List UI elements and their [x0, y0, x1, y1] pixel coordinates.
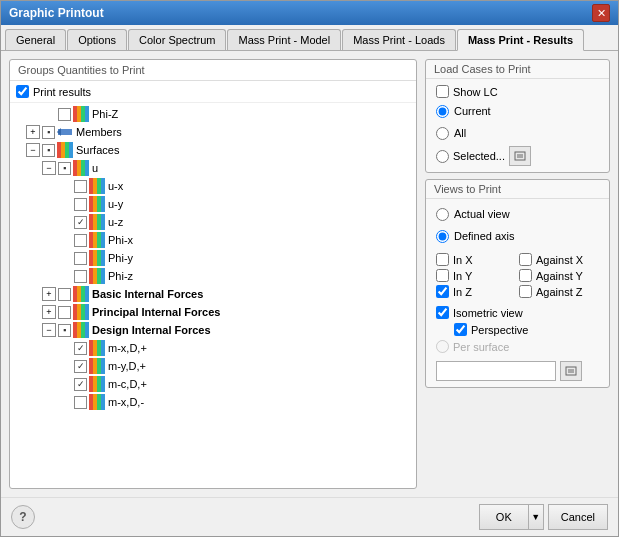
expand-surfaces[interactable]: −: [26, 143, 40, 157]
svg-rect-25: [101, 214, 105, 230]
in-y-checkbox[interactable]: [436, 269, 449, 282]
svg-rect-54: [89, 358, 93, 374]
show-lc-checkbox[interactable]: [436, 85, 449, 98]
tab-mass-print-loads[interactable]: Mass Print - Loads: [342, 29, 456, 50]
against-x-checkbox[interactable]: [519, 253, 532, 266]
tree-item-members: + Members: [10, 123, 416, 141]
tree-item-design: − Design Internal Forces: [10, 321, 416, 339]
isometric-row: Isometric view: [436, 306, 599, 319]
svg-rect-29: [101, 232, 105, 248]
uz-icon: [89, 214, 105, 230]
show-lc-row: Show LC: [436, 85, 599, 98]
svg-rect-40: [81, 286, 85, 302]
per-surface-radio[interactable]: [436, 340, 449, 353]
per-surface-input-row: [436, 361, 599, 381]
tab-mass-print-results[interactable]: Mass Print - Results: [457, 29, 584, 51]
load-cases-title: Load Cases to Print: [426, 60, 609, 79]
perspective-checkbox[interactable]: [454, 323, 467, 336]
expand-principal[interactable]: +: [42, 305, 56, 319]
actual-view-radio[interactable]: [436, 208, 449, 221]
checkbox-phiz2[interactable]: [74, 270, 87, 283]
isometric-checkbox[interactable]: [436, 306, 449, 319]
checkbox-members[interactable]: [42, 126, 55, 139]
svg-rect-0: [73, 106, 77, 122]
against-y-checkbox[interactable]: [519, 269, 532, 282]
tab-general[interactable]: General: [5, 29, 66, 50]
expand-basic[interactable]: +: [42, 287, 56, 301]
per-surface-row: Per surface: [436, 340, 599, 353]
svg-rect-14: [89, 178, 93, 194]
print-results-checkbox[interactable]: [16, 85, 29, 98]
in-x-checkbox[interactable]: [436, 253, 449, 266]
tree-item-phix: Phi-x: [10, 231, 416, 249]
in-y-row: In Y: [436, 269, 516, 282]
checkbox-mxd-minus[interactable]: [74, 396, 87, 409]
checkbox-u[interactable]: [58, 162, 71, 175]
checkbox-basic[interactable]: [58, 288, 71, 301]
tree-item-ux: u-x: [10, 177, 416, 195]
expand-u[interactable]: −: [42, 161, 56, 175]
against-z-checkbox[interactable]: [519, 285, 532, 298]
checkbox-design[interactable]: [58, 324, 71, 337]
tree-container[interactable]: Phi-Z + Members −: [10, 103, 416, 488]
svg-rect-69: [566, 367, 576, 375]
per-surface-browse-button[interactable]: [560, 361, 582, 381]
checkbox-principal[interactable]: [58, 306, 71, 319]
in-z-checkbox[interactable]: [436, 285, 449, 298]
label-uy: u-y: [108, 198, 123, 210]
defined-axis-radio[interactable]: [436, 230, 449, 243]
mxd-minus-icon: [89, 394, 105, 410]
expand-design[interactable]: −: [42, 323, 56, 337]
expand-members[interactable]: +: [26, 125, 40, 139]
in-z-row: In Z: [436, 285, 516, 298]
checkbox-phiy[interactable]: [74, 252, 87, 265]
checkbox-uy[interactable]: [74, 198, 87, 211]
all-radio[interactable]: [436, 127, 449, 140]
main-content: Groups Quantities to Print Print results…: [1, 51, 618, 497]
member-icon: [57, 124, 73, 140]
svg-rect-65: [101, 394, 105, 410]
tree-item-myd-plus: m-y,D,+: [10, 357, 416, 375]
selected-radio[interactable]: [436, 150, 449, 163]
svg-rect-34: [89, 268, 93, 284]
tab-options[interactable]: Options: [67, 29, 127, 50]
u-icon: [73, 160, 89, 176]
current-label: Current: [454, 105, 491, 117]
main-window: Graphic Printout ✕ General Options Color…: [0, 0, 619, 537]
checkbox-ux[interactable]: [74, 180, 87, 193]
svg-rect-32: [97, 250, 101, 266]
per-surface-label: Per surface: [453, 341, 509, 353]
svg-rect-22: [89, 214, 93, 230]
checkbox-mxd-plus[interactable]: [74, 342, 87, 355]
checkbox-phi-z[interactable]: [58, 108, 71, 121]
ok-button[interactable]: OK: [479, 504, 528, 530]
checkbox-phix[interactable]: [74, 234, 87, 247]
checkbox-uz[interactable]: [74, 216, 87, 229]
checkbox-surfaces[interactable]: [42, 144, 55, 157]
selected-browse-button[interactable]: [509, 146, 531, 166]
svg-rect-9: [69, 142, 73, 158]
actual-view-label: Actual view: [454, 208, 510, 220]
current-radio[interactable]: [436, 105, 449, 118]
tab-mass-print-model[interactable]: Mass Print - Model: [227, 29, 341, 50]
checkbox-myd-plus[interactable]: [74, 360, 87, 373]
tree-item-mxd-plus: m-x,D,+: [10, 339, 416, 357]
svg-rect-47: [77, 322, 81, 338]
checkbox-mcd-plus[interactable]: [74, 378, 87, 391]
label-mxd-plus: m-x,D,+: [108, 342, 147, 354]
ok-dropdown-button[interactable]: ▼: [528, 504, 544, 530]
window-title: Graphic Printout: [9, 6, 104, 20]
cancel-button[interactable]: Cancel: [548, 504, 608, 530]
label-u: u: [92, 162, 98, 174]
tree-item-uz: u-z: [10, 213, 416, 231]
tree-item-mxd-minus: m-x,D,-: [10, 393, 416, 411]
help-button[interactable]: ?: [11, 505, 35, 529]
ok-btn-group: OK ▼: [479, 504, 544, 530]
close-button[interactable]: ✕: [592, 4, 610, 22]
svg-rect-49: [85, 322, 89, 338]
per-surface-input[interactable]: [436, 361, 556, 381]
tab-color-spectrum[interactable]: Color Spectrum: [128, 29, 226, 50]
svg-rect-62: [89, 394, 93, 410]
svg-rect-46: [73, 322, 77, 338]
phix-icon: [89, 232, 105, 248]
